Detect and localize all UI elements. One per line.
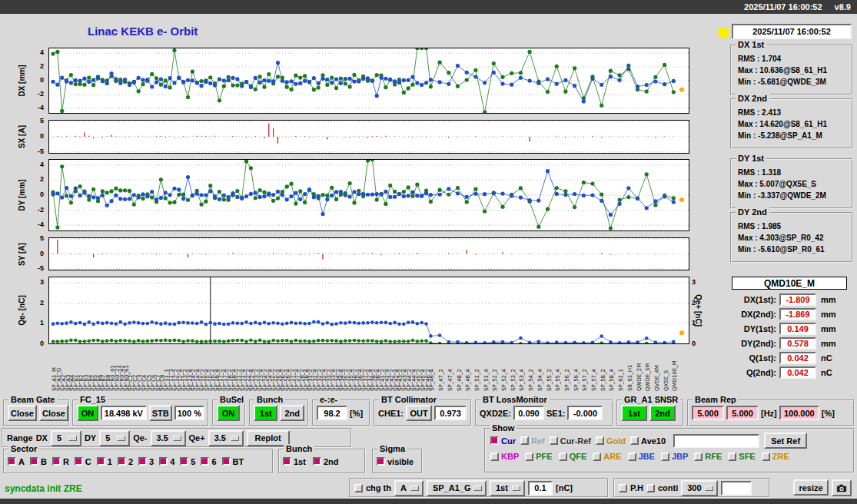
ee-ratio-field[interactable]: 98.2: [317, 406, 347, 420]
beam-gate-close-button-2[interactable]: Close: [39, 405, 68, 421]
plot-qe: [48, 277, 689, 344]
axis-tick-label: 0: [28, 340, 44, 347]
show-cur-checkbox[interactable]: [490, 436, 499, 445]
stats-group-title: DY 2nd: [736, 207, 769, 217]
bpm-label: QMD10E_M: [672, 360, 678, 391]
titlebar-version: v8.9: [835, 2, 851, 12]
beam-rep-field-1[interactable]: 5.000: [692, 406, 724, 420]
monitor-row-value: 0.042: [779, 352, 816, 364]
che1-value-field[interactable]: 0.973: [434, 406, 467, 420]
bpm-select-dropdown[interactable]: SP_A1_G: [427, 480, 487, 496]
beam-rep-field-3[interactable]: 100.000: [779, 406, 819, 420]
sigma-visible-label: visible: [387, 457, 414, 466]
bpm-label: SP_52_4: [501, 369, 507, 391]
gra1-2nd-button[interactable]: 2nd: [649, 405, 676, 421]
show-are-checkbox[interactable]: [593, 453, 601, 461]
sector-r-checkbox[interactable]: [52, 457, 61, 466]
range-qep-label: Qe+: [189, 433, 205, 443]
sigma-visible-checkbox[interactable]: [377, 457, 385, 466]
threshold-panel: chg th A SP_A1_G 1st 0.1 [nC]: [349, 478, 609, 498]
show-ave10-label: Ave10: [641, 436, 666, 446]
sector-select-dropdown[interactable]: A: [394, 480, 424, 496]
sector-a-checkbox[interactable]: [8, 457, 16, 466]
axis-tick-label: -4: [28, 104, 44, 111]
conti-checkbox[interactable]: [646, 484, 655, 492]
show-gold-checkbox[interactable]: [596, 436, 604, 445]
bunch-1st-checkbox[interactable]: [283, 457, 291, 466]
sector-3-checkbox[interactable]: [138, 457, 147, 466]
bpm-label: SP_54_2: [528, 369, 534, 391]
gra1-1st-button[interactable]: 1st: [621, 405, 647, 421]
show-kbp-checkbox[interactable]: [490, 453, 499, 461]
resize-button[interactable]: resize: [793, 479, 829, 496]
sector-a-item: A: [8, 457, 25, 466]
sector-c-checkbox[interactable]: [75, 457, 83, 466]
range-qep-dropdown[interactable]: 3.5: [208, 430, 244, 446]
range-dy-dropdown[interactable]: 5: [99, 430, 130, 446]
show-ref-checkbox[interactable]: [520, 436, 529, 445]
beam-rep-field-2[interactable]: 5.000: [726, 406, 759, 420]
chg-th-checkbox[interactable]: [354, 484, 363, 492]
axis-tick-label: 4: [28, 161, 44, 168]
fc15-kv-field[interactable]: 18.498 kV: [101, 406, 147, 420]
axis-tick-label: -4: [28, 220, 44, 228]
sector-4-checkbox[interactable]: [159, 457, 168, 466]
fc15-percent-field[interactable]: 100 %: [174, 406, 204, 420]
screenshot-button[interactable]: [832, 479, 852, 496]
range-qem-dropdown[interactable]: 3.5: [151, 430, 186, 446]
sector-5-item: 5: [180, 457, 195, 466]
bpm-label: SP_51_2: [474, 369, 480, 391]
beam-rep-group: Beam Rep 5.000 5.000 [Hz] 100.000 [%]: [687, 400, 855, 426]
set-ref-input[interactable]: [673, 434, 759, 448]
bunch-select-dropdown[interactable]: 1st: [490, 480, 525, 496]
axis-tick-label: 2: [28, 62, 44, 70]
spare-field[interactable]: [721, 481, 752, 496]
set-ref-button[interactable]: Set Ref: [764, 433, 807, 449]
bunch-1st-label: 1st: [294, 457, 306, 466]
show-jbe-checkbox[interactable]: [628, 453, 636, 461]
bt-lossmonitor-group: BT LossMonitor QXD2E: 0.090 SE1: -0.000: [475, 400, 613, 426]
axis-tick-label: 3: [28, 278, 44, 286]
show-ref-label: Ref: [531, 436, 545, 446]
bpm-label: S8_61_H1: [627, 364, 633, 391]
sector-b-checkbox[interactable]: [30, 457, 38, 466]
show-jbp-checkbox[interactable]: [661, 453, 669, 461]
show-cur-ref-label: Cur-Ref: [560, 436, 591, 446]
sector-5-checkbox[interactable]: [180, 457, 188, 466]
show-zre-checkbox[interactable]: [762, 453, 770, 461]
sector-6-checkbox[interactable]: [201, 457, 209, 466]
sector-1-checkbox[interactable]: [97, 457, 105, 466]
bunch-1st-button[interactable]: 1st: [254, 405, 277, 421]
sector-2-checkbox[interactable]: [118, 457, 126, 466]
bpm-label: SP_55_2: [546, 369, 553, 391]
show-rfe-checkbox[interactable]: [694, 453, 703, 461]
ph-checkbox[interactable]: [619, 484, 627, 492]
show-sfe-checkbox[interactable]: [728, 453, 736, 461]
che1-out-button[interactable]: OUT: [406, 405, 432, 421]
monitor-row-value: -1.809: [779, 293, 816, 306]
fc15-stb-button[interactable]: STB: [149, 405, 172, 421]
axis-tick-label: 1: [28, 319, 44, 327]
show-cur-ref-checkbox[interactable]: [550, 436, 558, 445]
beam-gate-close-button-1[interactable]: Close: [8, 405, 37, 421]
sector-group: Sector ABRC123456BT: [3, 449, 274, 474]
show-pfe-checkbox[interactable]: [525, 453, 533, 461]
status-message: syncdata init ZRE: [5, 483, 82, 494]
sector-r-label: R: [63, 457, 69, 466]
show-ave10-checkbox[interactable]: [630, 436, 639, 445]
bunch-2nd-button[interactable]: 2nd: [280, 405, 304, 421]
threshold-field[interactable]: 0.1: [528, 481, 553, 496]
show-qfe-checkbox[interactable]: [559, 453, 567, 461]
busel-on-button[interactable]: ON: [217, 405, 240, 421]
axis-tick-label: 4: [28, 48, 44, 56]
bunch-2nd-checkbox[interactable]: [313, 457, 321, 466]
bpm-label: SP_57_4: [591, 369, 597, 391]
range-dx-label: DX: [36, 433, 48, 443]
fc15-on-button[interactable]: ON: [77, 405, 98, 421]
sector-bt-checkbox[interactable]: [222, 457, 231, 466]
range-dx-dropdown[interactable]: 5: [51, 430, 81, 446]
count-dropdown[interactable]: 300: [681, 480, 718, 496]
qxd2e-value-field[interactable]: 0.090: [513, 406, 544, 420]
monitor-row-unit: nC: [821, 353, 832, 363]
se1-value-field[interactable]: -0.000: [567, 406, 603, 420]
